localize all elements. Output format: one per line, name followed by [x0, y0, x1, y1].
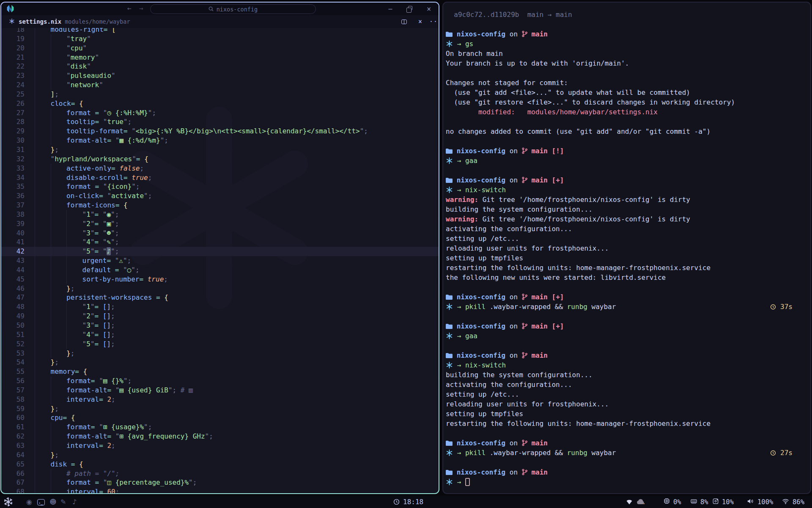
code-line: 42"5"= "♪";: [1, 247, 439, 256]
terminal-blank-line: [446, 68, 810, 78]
wifi-module[interactable]: 86%: [782, 496, 804, 508]
terminal-line: setting up /etc...: [446, 234, 810, 243]
terminal-line: a9c0c72..d11029b main → main: [446, 10, 810, 19]
tab-filepath: modules/home/waybar: [65, 18, 130, 25]
workspace-5-music[interactable]: ♪: [72, 496, 77, 508]
split-view-icon[interactable]: [401, 15, 407, 28]
branch-icon: [522, 468, 527, 476]
nix-icon: [446, 303, 453, 311]
line-number: 34: [1, 173, 25, 182]
line-number: 40: [1, 229, 25, 238]
line-number: 58: [1, 395, 25, 404]
workspace-1-firefox[interactable]: ◉: [26, 496, 32, 508]
line-number: 68: [1, 487, 25, 493]
clock-module[interactable]: 18:18: [393, 496, 423, 508]
code-text: active-only= false;: [25, 164, 144, 172]
workspace-4-notes[interactable]: ✎: [60, 496, 66, 508]
workspace-3-chat[interactable]: ☻: [49, 496, 57, 508]
code-line: 61format= "⊞ {usage}%";: [1, 422, 439, 432]
code-text: persistent-workspaces = {: [25, 293, 168, 301]
terminal-line: no changes added to commit (use "git add…: [446, 127, 810, 136]
disk-module[interactable]: 10%: [713, 496, 734, 508]
line-number: 36: [1, 191, 25, 201]
tab-close-icon[interactable]: ×: [418, 15, 422, 28]
line-number: 30: [1, 136, 25, 145]
code-text: format-alt= "▤ {used} GiB"; # ▥: [25, 386, 193, 394]
search-input[interactable]: nixos-config: [150, 4, 316, 14]
terminal-line: setting up /etc...: [446, 389, 810, 399]
wifi-value: 86%: [793, 498, 804, 506]
terminal-line: setting up tmpfiles: [446, 253, 810, 263]
memory-module[interactable]: 8%: [691, 496, 708, 508]
branch-icon: [522, 30, 527, 38]
code-text: "4"= [];: [25, 331, 115, 339]
terminal-line: building the system configuration...: [446, 204, 810, 214]
code-line: 45sort-by-number= true;: [1, 275, 439, 284]
branch-icon: [522, 322, 527, 330]
taskbar: ◉›_☻✎♪ 18:18 0%8%10%100%86%: [0, 496, 812, 508]
code-text: "hyprland/workspaces"= {: [25, 155, 148, 163]
line-number: 32: [1, 155, 25, 164]
nav-back-icon[interactable]: ←: [127, 4, 132, 12]
code-line: 43urgent= "⚠";: [1, 256, 439, 265]
code-text: "3"= [];: [25, 321, 115, 329]
line-number: 20: [1, 44, 25, 53]
code-text: interval= 2;: [25, 442, 115, 450]
code-line: 29tooltip-format= "<big>{:%Y %B}</big>\n…: [1, 127, 439, 136]
code-line: 36on-click= "activate";: [1, 191, 439, 201]
tab-filename[interactable]: settings.nix: [19, 18, 61, 25]
terminal-window: a9c0c72..d11029b main → main nixos-confi…: [442, 2, 811, 494]
terminal-line: nixos-config on main [+]: [446, 292, 810, 302]
code-line: 37format-icons= {: [1, 201, 439, 210]
code-text: default = "○";: [25, 266, 140, 274]
code-line: 31};: [1, 145, 439, 155]
tray-cloudflare-icon[interactable]: [636, 496, 645, 508]
code-area[interactable]: 18modules-right= [19"tray"20"cpu"21"memo…: [1, 28, 439, 493]
code-line: 58interval= 2;: [1, 395, 439, 404]
code-text: "1"= [];: [25, 303, 115, 311]
line-number: 62: [1, 432, 25, 441]
branch-icon: [522, 176, 527, 184]
terminal-line: nixos-config on main: [446, 438, 810, 448]
code-text: "5"= "♪";: [25, 247, 119, 255]
disk-icon: [713, 498, 719, 506]
line-number: 35: [1, 182, 25, 191]
code-line: 34disable-scroll= true;: [1, 173, 439, 182]
code-text: };: [25, 146, 59, 154]
maximize-button[interactable]: [405, 3, 414, 15]
cpu-icon: [664, 498, 670, 506]
tab-more-icon[interactable]: ···: [429, 15, 439, 28]
tray-network-icon[interactable]: [626, 496, 632, 508]
terminal-body[interactable]: a9c0c72..d11029b main → main nixos-confi…: [446, 10, 810, 487]
workspace-2-terminal[interactable]: ›_: [37, 499, 45, 505]
code-text: ];: [25, 90, 59, 98]
code-line: 33active-only= false;: [1, 164, 439, 173]
line-number: 18: [1, 28, 25, 34]
line-number: 43: [1, 256, 25, 265]
code-text: format-alt= "▦ {:%d/%m}";: [25, 136, 168, 144]
nixos-menu-icon[interactable]: [3, 497, 13, 508]
code-text: format = "◫ {percentage_used}%";: [25, 478, 197, 486]
code-line: 21"memory": [1, 53, 439, 62]
terminal-line: nixos-config on main [+]: [446, 175, 810, 185]
terminal-line: nixos-config on main [!]: [446, 146, 810, 156]
line-number: 21: [1, 53, 25, 62]
minimize-button[interactable]: —: [386, 3, 395, 15]
line-number: 22: [1, 62, 25, 71]
terminal-blank-line: [446, 136, 810, 146]
code-text: # path = "/";: [25, 469, 119, 478]
nav-forward-icon[interactable]: →: [139, 4, 143, 12]
code-line: 48"1"= [];: [1, 302, 439, 312]
cpu-module[interactable]: 0%: [664, 496, 681, 508]
volume-module[interactable]: 100%: [747, 496, 773, 508]
folder-icon: [446, 468, 453, 476]
line-number: 49: [1, 312, 25, 321]
code-text: modules-right= [: [25, 28, 116, 33]
code-text: "tray": [25, 35, 91, 43]
close-button[interactable]: ×: [425, 3, 433, 15]
code-line: 47persistent-workspaces = {: [1, 293, 439, 302]
line-number: 29: [1, 127, 25, 136]
folder-icon: [446, 293, 453, 301]
line-number: 44: [1, 265, 25, 275]
terminal-line: → gs: [446, 39, 810, 49]
